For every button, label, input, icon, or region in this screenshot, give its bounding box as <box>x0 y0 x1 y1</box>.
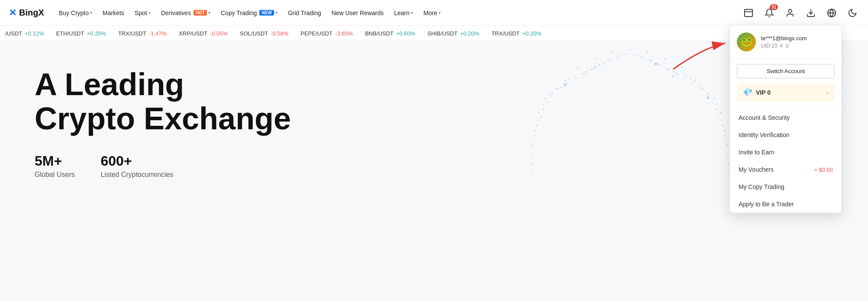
svg-point-62 <box>564 83 566 86</box>
user-email: te***1@bingx.com <box>761 35 835 42</box>
svg-point-82 <box>701 89 702 90</box>
svg-point-80 <box>692 83 694 84</box>
notifications-button[interactable]: 31 <box>762 6 776 20</box>
copy-uid-icon[interactable]: ⧉ <box>785 43 789 49</box>
svg-point-7 <box>646 51 648 53</box>
svg-point-33 <box>699 86 700 88</box>
switch-account-button[interactable]: Switch Account <box>737 64 835 78</box>
vip-left: 💎 VIP 0 <box>743 88 771 97</box>
hero-title: A Leading Crypto Exchange <box>35 67 291 136</box>
svg-point-53 <box>703 89 704 90</box>
svg-point-66 <box>634 54 635 55</box>
vip-level: VIP 0 <box>756 89 771 96</box>
ticker-item[interactable]: SHIB/USDT +0.20% <box>427 30 479 37</box>
svg-point-88 <box>721 120 723 121</box>
svg-point-27 <box>726 144 728 146</box>
svg-point-63 <box>707 96 709 99</box>
svg-point-16 <box>603 63 605 64</box>
account-icon-button[interactable] <box>783 6 797 20</box>
main-nav: Buy Crypto ▾ Markets Spot ▾ Derivatives … <box>55 7 742 19</box>
menu-divider <box>730 107 842 107</box>
svg-point-26 <box>536 125 538 127</box>
svg-point-10 <box>594 58 596 60</box>
language-icon-button[interactable] <box>825 6 839 20</box>
vip-bar[interactable]: 💎 VIP 0 › <box>737 83 835 102</box>
chevron-down-icon: ▾ <box>208 10 210 15</box>
theme-toggle-button[interactable] <box>845 6 859 20</box>
svg-point-35 <box>712 102 713 103</box>
svg-point-6 <box>629 49 631 51</box>
new-badge: NEW <box>259 10 274 16</box>
svg-point-23 <box>716 108 717 109</box>
nav-spot[interactable]: Spot ▾ <box>130 7 155 19</box>
svg-point-47 <box>668 69 670 70</box>
menu-item-my-copy-trading[interactable]: My Copy Trading <box>730 178 842 195</box>
ticker-item[interactable]: TRX/USDT -1.47% <box>118 30 167 37</box>
download-icon-button[interactable] <box>804 6 818 20</box>
menu-item-account-security[interactable]: Account & Security <box>730 109 842 126</box>
svg-point-86 <box>716 104 717 105</box>
svg-point-93 <box>532 155 533 156</box>
menu-item-apply-trader[interactable]: Apply to Be a Trader <box>730 195 842 213</box>
svg-point-83 <box>558 89 559 90</box>
menu-item-identity-verification[interactable]: Identity Verification <box>730 126 842 144</box>
svg-point-11 <box>681 67 683 68</box>
ticker-item[interactable]: /USDT +0.12% <box>5 30 44 37</box>
svg-point-89 <box>538 120 539 121</box>
ticker-item[interactable]: SOL/USDT -0.58% <box>240 30 288 37</box>
ticker-item[interactable]: PEPE/USDT -3.65% <box>300 30 353 37</box>
ticker-item[interactable]: ETH/USDT +0.20% <box>56 30 106 37</box>
user-uid: UID:10 4 ⧉ <box>761 43 835 49</box>
svg-point-24 <box>542 108 544 109</box>
hero-content: A Leading Crypto Exchange 5M+ Global Use… <box>35 67 291 179</box>
svg-point-20 <box>564 80 566 81</box>
ticker-item[interactable]: TRX/USDT +0.20% <box>491 30 541 37</box>
nav-copy-trading[interactable]: Copy Trading NEW ▾ <box>216 7 282 19</box>
ticker-item[interactable]: BNB/USDT +0.60% <box>365 30 415 37</box>
svg-point-84 <box>710 95 711 96</box>
svg-point-39 <box>724 135 725 136</box>
nav-new-user-rewards[interactable]: New User Rewards <box>327 7 388 19</box>
svg-point-65 <box>594 67 597 69</box>
svg-point-64 <box>672 75 674 77</box>
svg-point-57 <box>720 112 722 114</box>
chevron-down-icon: ▾ <box>148 10 151 15</box>
nav-more[interactable]: More ▾ <box>419 7 445 19</box>
svg-point-70 <box>649 59 650 61</box>
svg-point-71 <box>610 59 611 61</box>
svg-point-41 <box>642 58 644 59</box>
nav-grid-trading[interactable]: Grid Trading <box>284 7 326 19</box>
svg-point-61 <box>655 63 657 65</box>
svg-point-85 <box>549 95 551 96</box>
svg-point-54 <box>556 89 557 90</box>
svg-point-69 <box>619 56 620 58</box>
svg-point-49 <box>677 74 678 75</box>
nav-derivatives[interactable]: Derivatives HOT ▾ <box>157 7 215 19</box>
svg-point-46 <box>599 65 600 66</box>
menu-item-my-vouchers[interactable]: My Vouchers ≈ $0.00 <box>730 161 842 178</box>
svg-point-72 <box>658 64 659 65</box>
svg-point-12 <box>577 67 579 68</box>
hero-stat-cryptos: 600+ Listed Cryptocurrencies <box>100 153 173 179</box>
svg-point-36 <box>547 102 549 103</box>
svg-point-92 <box>727 155 729 156</box>
svg-point-90 <box>726 138 727 140</box>
svg-point-51 <box>690 78 691 79</box>
svg-point-28 <box>532 144 533 146</box>
nav-markets[interactable]: Markets <box>98 7 129 19</box>
chevron-down-icon: ▾ <box>439 10 441 15</box>
ticker-item[interactable]: XRP/USDT -0.05% <box>179 30 228 37</box>
svg-point-44 <box>608 61 609 62</box>
user-info: te***1@bingx.com UID:10 4 ⧉ <box>761 35 835 49</box>
logo[interactable]: ✕ BingX <box>9 7 44 19</box>
nav-learn[interactable]: Learn ▾ <box>390 7 417 19</box>
wallet-icon-button[interactable] <box>742 6 755 20</box>
svg-point-32 <box>573 76 574 77</box>
menu-item-invite-to-earn[interactable]: Invite to Earn <box>730 144 842 161</box>
svg-point-34 <box>560 86 561 88</box>
hot-badge: HOT <box>194 10 207 16</box>
svg-point-60 <box>534 130 536 131</box>
nav-buy-crypto[interactable]: Buy Crypto ▾ <box>55 7 97 19</box>
user-dropdown-panel: 🐸 te***1@bingx.com UID:10 4 ⧉ Switch Acc… <box>729 25 842 213</box>
chevron-down-icon: ▾ <box>411 10 413 15</box>
